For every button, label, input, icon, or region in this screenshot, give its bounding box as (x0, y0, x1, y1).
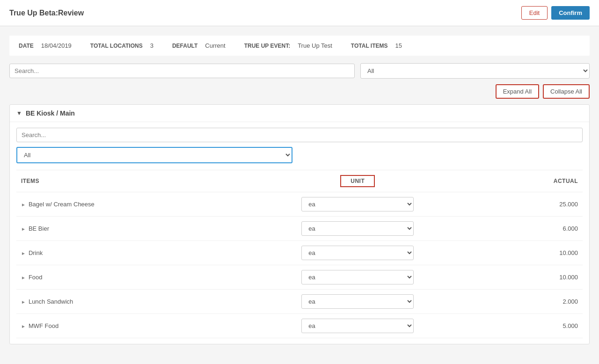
item-unit-cell: ea (213, 314, 502, 338)
item-name-cell: ►Bagel w/ Cream Cheese (16, 192, 213, 217)
section-chevron-icon: ▼ (16, 110, 22, 116)
be-kiosk-section: ▼ BE Kiosk / Main All ITEMS UNIT ACTUAL (9, 104, 590, 344)
item-actual-cell: 10.000 (502, 265, 583, 290)
unit-select[interactable]: ea (301, 246, 414, 260)
table-row: ►Foodea10.000 (16, 265, 583, 290)
item-actual-cell: 25.000 (502, 192, 583, 217)
item-name: Food (29, 274, 43, 281)
item-expand-icon[interactable]: ► (21, 275, 26, 280)
total-items-label: TOTAL ITEMS (351, 43, 388, 49)
total-locations-value: 3 (150, 42, 153, 49)
true-up-event-label: TRUE UP EVENT: (244, 43, 290, 49)
table-row: ►Lunch Sandwichea2.000 (16, 290, 583, 314)
global-filter-select[interactable]: All (360, 63, 590, 79)
item-name-cell: ►Food (16, 265, 213, 290)
unit-select[interactable]: ea (301, 294, 414, 309)
date-value: 18/04/2019 (41, 42, 72, 49)
header-buttons: Edit Confirm (521, 6, 590, 20)
default-label: DEFAULT (172, 43, 197, 49)
col-header-items: ITEMS (16, 170, 213, 192)
page-header: True Up Beta:Review Edit Confirm (0, 0, 599, 26)
meta-default-group: DEFAULT Current (172, 42, 226, 49)
item-expand-icon[interactable]: ► (21, 226, 26, 232)
item-actual-cell: 10.000 (502, 241, 583, 265)
table-row: ►Bagel w/ Cream Cheeseea25.000 (16, 192, 583, 217)
expand-all-button[interactable]: Expand All (496, 84, 539, 99)
col-header-unit: UNIT (213, 170, 502, 192)
table-row: ►BE Bierea6.000 (16, 217, 583, 241)
edit-button[interactable]: Edit (521, 6, 548, 20)
item-name: Drink (29, 249, 43, 256)
unit-select[interactable]: ea (301, 197, 414, 211)
section-title: BE Kiosk / Main (26, 109, 75, 117)
item-name: MWF Food (29, 322, 58, 329)
true-up-event-value: True Up Test (298, 42, 332, 49)
item-unit-cell: ea (213, 241, 502, 265)
meta-date-group: DATE 18/04/2019 (19, 42, 72, 49)
meta-info-row: DATE 18/04/2019 TOTAL LOCATIONS 3 DEFAUL… (9, 36, 590, 56)
section-search-input[interactable] (16, 128, 583, 142)
item-expand-icon[interactable]: ► (21, 202, 26, 207)
section-body: All ITEMS UNIT ACTUAL ►Bagel w/ Cream Ch… (10, 122, 589, 344)
unit-select[interactable]: ea (301, 221, 414, 236)
item-unit-cell: ea (213, 217, 502, 241)
total-locations-label: TOTAL LOCATIONS (90, 43, 143, 49)
item-name: Bagel w/ Cream Cheese (29, 201, 95, 208)
page-title: True Up Beta:Review (9, 9, 84, 17)
item-expand-icon[interactable]: ► (21, 251, 26, 256)
item-expand-icon[interactable]: ► (21, 324, 26, 329)
item-actual-cell: 5.000 (502, 314, 583, 338)
item-name-cell: ►MWF Food (16, 314, 213, 338)
main-content: DATE 18/04/2019 TOTAL LOCATIONS 3 DEFAUL… (0, 26, 599, 359)
confirm-button[interactable]: Confirm (551, 6, 590, 20)
item-unit-cell: ea (213, 290, 502, 314)
meta-total-items-group: TOTAL ITEMS 15 (351, 42, 402, 49)
item-name: Lunch Sandwich (29, 298, 73, 305)
unit-select[interactable]: ea (301, 270, 414, 284)
item-name-cell: ►Lunch Sandwich (16, 290, 213, 314)
item-actual-cell: 2.000 (502, 290, 583, 314)
section-filter-select[interactable]: All (16, 147, 292, 163)
item-unit-cell: ea (213, 192, 502, 217)
table-row: ►Drinkea10.000 (16, 241, 583, 265)
item-name-cell: ►Drink (16, 241, 213, 265)
date-label: DATE (19, 43, 34, 49)
total-items-value: 15 (395, 42, 402, 49)
item-unit-cell: ea (213, 265, 502, 290)
meta-total-locations-group: TOTAL LOCATIONS 3 (90, 42, 153, 49)
section-header[interactable]: ▼ BE Kiosk / Main (10, 105, 589, 122)
item-name: BE Bier (29, 225, 49, 232)
table-row: ►MWF Foodea5.000 (16, 314, 583, 338)
action-row: Expand All Collapse All (9, 84, 590, 99)
item-name-cell: ►BE Bier (16, 217, 213, 241)
item-expand-icon[interactable]: ► (21, 299, 26, 305)
meta-true-up-event-group: TRUE UP EVENT: True Up Test (244, 42, 332, 49)
item-actual-cell: 6.000 (502, 217, 583, 241)
items-table: ITEMS UNIT ACTUAL ►Bagel w/ Cream Cheese… (16, 170, 583, 338)
default-value: Current (205, 42, 225, 49)
collapse-all-button[interactable]: Collapse All (543, 84, 590, 99)
col-header-actual: ACTUAL (502, 170, 583, 192)
global-filter-row: All (9, 63, 590, 79)
global-search-input[interactable] (9, 64, 355, 78)
unit-select[interactable]: ea (301, 319, 414, 333)
